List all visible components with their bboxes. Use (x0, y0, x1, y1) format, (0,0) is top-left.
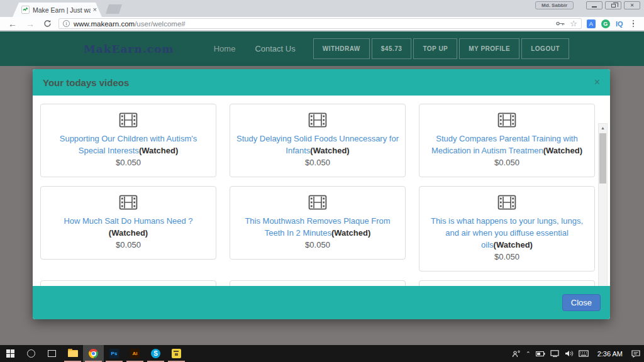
windows-logo-icon (6, 349, 14, 358)
url-text[interactable]: www.makearn.com/user/welcome# (74, 20, 186, 28)
translate-extension-icon[interactable]: A (587, 19, 596, 28)
video-grid: Supporting Our Children with Autism's Sp… (40, 104, 589, 286)
photoshop-icon: Ps (109, 349, 119, 358)
video-card (419, 280, 595, 286)
logout-button[interactable]: LOGOUT (521, 38, 569, 59)
bookmark-star-icon[interactable]: ☆ (570, 19, 577, 28)
video-title-link[interactable]: How Much Salt Do Humans Need ? (64, 216, 192, 226)
site-logo[interactable]: MakEarn.com (84, 43, 174, 55)
taskbar-clock[interactable]: 2:36 AM (594, 350, 626, 358)
forward-button[interactable]: → (21, 19, 39, 28)
film-icon (47, 112, 209, 130)
skype-taskbar-button[interactable]: S (145, 345, 166, 362)
people-icon[interactable] (512, 350, 521, 358)
my-profile-button[interactable]: MY PROFILE (459, 38, 519, 59)
browser-tab[interactable]: Make Earn | Just watch vi × (13, 3, 102, 17)
browser-menu-icon[interactable] (629, 20, 638, 28)
video-card: How Much Salt Do Humans Need ?(Watched) … (40, 186, 216, 260)
video-price: $0.050 (47, 239, 209, 251)
nav-home-link[interactable]: Home (214, 44, 236, 53)
film-icon (426, 195, 588, 212)
account-actions: WITHDRAW $45.73 TOP UP MY PROFILE LOGOUT (313, 38, 569, 59)
film-icon (47, 195, 209, 212)
cortana-button[interactable] (21, 345, 42, 362)
browser-profile-button[interactable]: Md. Sabbir (535, 1, 574, 9)
task-view-icon (48, 350, 56, 357)
modal-body: Supporting Our Children with Autism's Sp… (33, 96, 610, 286)
video-price: $0.050 (426, 156, 588, 168)
password-key-icon[interactable] (556, 21, 565, 26)
action-center-icon[interactable] (631, 350, 640, 358)
window-close-button[interactable]: ✕ (624, 1, 640, 9)
film-icon (426, 112, 588, 130)
video-price: $0.050 (426, 251, 588, 263)
watched-badge: (Watched) (494, 240, 533, 250)
browser-tabstrip: Make Earn | Just watch vi × Md. Sabbir ✕ (0, 0, 644, 17)
watched-badge: (Watched) (310, 146, 349, 155)
maximize-icon (611, 4, 616, 8)
yellow-app-icon (172, 349, 181, 358)
modal-close-icon[interactable]: × (594, 77, 600, 87)
photoshop-taskbar-button[interactable]: Ps (104, 345, 125, 362)
balance-button[interactable]: $45.73 (372, 38, 412, 59)
watched-badge: (Watched) (139, 146, 178, 155)
folder-icon (68, 350, 78, 357)
window-maximize-button[interactable] (605, 1, 621, 9)
window-controls: ✕ (586, 1, 640, 9)
scroll-up-icon[interactable]: ▲ (599, 124, 607, 133)
watched-badge: (Watched) (109, 228, 148, 238)
film-icon (236, 195, 399, 212)
chrome-taskbar-button[interactable] (83, 345, 104, 362)
skype-icon: S (151, 349, 160, 358)
video-card: Study Compares Parental Training with Me… (419, 104, 595, 177)
top-up-button[interactable]: TOP UP (413, 38, 457, 59)
close-button[interactable]: Close (562, 294, 601, 311)
site-favicon-icon (21, 6, 30, 14)
window-minimize-button[interactable] (586, 1, 602, 9)
film-icon (236, 112, 399, 130)
back-button[interactable]: ← (4, 19, 21, 28)
illustrator-icon: Ai (130, 349, 140, 358)
file-explorer-button[interactable] (62, 345, 83, 362)
scrollbar-thumb[interactable] (599, 133, 606, 184)
illustrator-taskbar-button[interactable]: Ai (125, 345, 145, 362)
site-navbar: MakEarn.com Home Contact Us WITHDRAW $45… (0, 31, 644, 66)
nav-contact-link[interactable]: Contact Us (255, 44, 295, 53)
modal-footer: Close (33, 286, 610, 319)
tab-close-icon[interactable]: × (93, 6, 97, 13)
video-card: This is what happens to your lungs, lung… (419, 186, 595, 272)
tab-title: Make Earn | Just watch vi (33, 6, 91, 14)
modal-title: Your todays videos (43, 77, 594, 88)
extensions-area: A G IQ (587, 19, 638, 28)
modal-scrollbar[interactable]: ▲ ▼ (598, 123, 608, 286)
video-price: $0.050 (236, 156, 399, 168)
withdraw-button[interactable]: WITHDRAW (313, 38, 370, 59)
new-tab-button[interactable] (106, 4, 122, 14)
url-bar[interactable]: i www.makearn.com/user/welcome# ☆ (58, 18, 582, 29)
video-price: $0.050 (47, 156, 209, 168)
network-icon[interactable] (550, 350, 560, 357)
screen: Make Earn | Just watch vi × Md. Sabbir ✕… (0, 0, 644, 362)
iq-extension-icon[interactable]: IQ (616, 20, 623, 28)
watched-badge: (Watched) (543, 146, 582, 155)
yellow-app-taskbar-button[interactable] (166, 345, 187, 362)
taskbar: Ps Ai S ⌃ 2:36 AM (0, 345, 644, 362)
reload-button[interactable] (43, 19, 52, 28)
task-view-button[interactable] (42, 345, 62, 362)
minimize-icon (592, 6, 597, 8)
modal-header: Your todays videos × (33, 69, 610, 96)
system-tray: ⌃ 2:36 AM (512, 345, 644, 362)
browser-toolbar: ← → i www.makearn.com/user/welcome# ☆ A … (0, 17, 644, 31)
cortana-icon (27, 349, 35, 358)
start-button[interactable] (0, 345, 21, 362)
battery-icon[interactable] (536, 351, 545, 357)
tray-expand-icon[interactable]: ⌃ (526, 351, 531, 357)
grammarly-extension-icon[interactable]: G (601, 19, 610, 28)
video-card: Study Delaying Solid Foods Unnecessary f… (230, 104, 406, 177)
page-info-icon[interactable]: i (63, 20, 70, 27)
video-card: This Mouthwash Removes Plaque From Teeth… (230, 186, 406, 260)
video-price: $0.050 (236, 239, 399, 251)
keyboard-icon[interactable] (579, 350, 589, 357)
webpage-backdrop: MakEarn.com Home Contact Us WITHDRAW $45… (0, 31, 644, 345)
volume-icon[interactable] (565, 350, 574, 357)
